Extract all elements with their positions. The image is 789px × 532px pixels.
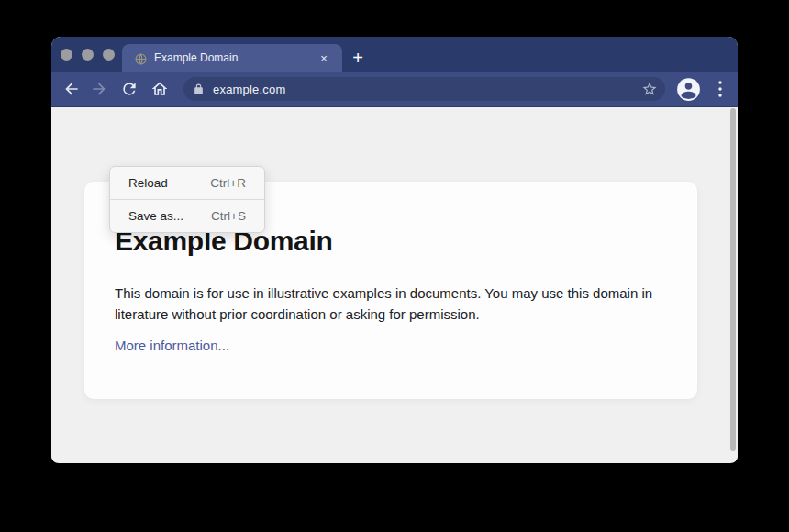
tab-close-icon[interactable]: × xyxy=(317,52,330,64)
globe-favicon-icon xyxy=(135,52,147,64)
tab-example-domain[interactable]: Example Domain × xyxy=(122,44,342,72)
menu-item-label: Save as... xyxy=(128,209,183,223)
menu-item-shortcut: Ctrl+S xyxy=(211,209,246,223)
overflow-menu-icon[interactable] xyxy=(716,78,725,100)
new-tab-button[interactable]: + xyxy=(345,44,371,72)
home-icon[interactable] xyxy=(150,80,169,98)
zoom-window-button[interactable] xyxy=(103,49,115,61)
close-window-button[interactable] xyxy=(61,49,72,61)
menu-item-label: Reload xyxy=(128,176,168,190)
screenshot-root: Example Domain × + example xyxy=(0,0,789,532)
window-controls xyxy=(61,37,115,72)
page-viewport: Example Domain This domain is for use in… xyxy=(51,107,738,462)
back-arrow-icon[interactable] xyxy=(62,80,81,98)
lock-icon[interactable] xyxy=(193,83,205,95)
menu-item-reload[interactable]: Reload Ctrl+R xyxy=(110,167,264,199)
reload-icon[interactable] xyxy=(120,80,139,98)
tab-title: Example Domain xyxy=(154,51,317,64)
context-menu: Reload Ctrl+R Save as... Ctrl+S xyxy=(109,166,265,233)
more-information-link[interactable]: More information... xyxy=(115,338,229,353)
scrollbar[interactable] xyxy=(730,108,736,451)
url-text[interactable]: example.com xyxy=(213,83,641,96)
browser-toolbar: example.com xyxy=(51,72,738,107)
bookmark-star-icon[interactable] xyxy=(641,81,658,97)
address-bar[interactable]: example.com xyxy=(183,77,665,101)
browser-window: Example Domain × + example xyxy=(51,37,738,463)
tab-bar: Example Domain × + xyxy=(51,37,738,72)
minimize-window-button[interactable] xyxy=(82,49,94,61)
page-paragraph: This domain is for use in illustrative e… xyxy=(115,283,658,325)
forward-arrow-icon[interactable] xyxy=(90,80,108,98)
menu-item-shortcut: Ctrl+R xyxy=(210,176,246,190)
profile-avatar-icon[interactable] xyxy=(676,77,701,102)
menu-item-save-as[interactable]: Save as... Ctrl+S xyxy=(110,200,264,232)
